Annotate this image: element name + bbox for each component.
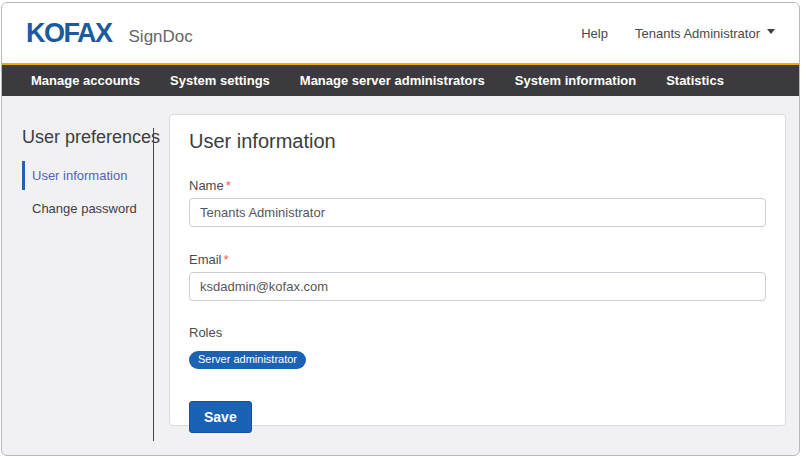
email-input[interactable]	[189, 272, 766, 301]
product-name: SignDoc	[129, 27, 193, 47]
sidebar-divider	[153, 128, 154, 441]
top-header: KOFAX SignDoc Help Tenants Administrator	[2, 3, 799, 63]
roles-section: Roles Server administrator	[189, 325, 766, 369]
nav-item-manage-server-administrators[interactable]: Manage server administrators	[300, 73, 485, 88]
email-required-marker: *	[224, 252, 229, 267]
header-actions: Help Tenants Administrator	[581, 26, 775, 41]
nav-item-system-settings[interactable]: System settings	[170, 73, 270, 88]
help-link[interactable]: Help	[581, 26, 608, 41]
email-label: Email*	[189, 252, 766, 267]
sidebar-list: User information Change password	[22, 161, 153, 223]
name-field-group: Name*	[189, 178, 766, 227]
email-label-text: Email	[189, 252, 222, 267]
user-menu-label: Tenants Administrator	[635, 26, 760, 41]
name-input[interactable]	[189, 198, 766, 227]
name-label: Name*	[189, 178, 766, 193]
sidebar-item-change-password[interactable]: Change password	[22, 194, 153, 223]
brand: KOFAX SignDoc	[26, 18, 193, 49]
page-body: User preferences User information Change…	[2, 96, 799, 456]
nav-item-system-information[interactable]: System information	[515, 73, 636, 88]
app-window: KOFAX SignDoc Help Tenants Administrator…	[1, 2, 800, 456]
email-field-group: Email*	[189, 252, 766, 301]
sidebar-item-user-information[interactable]: User information	[22, 161, 153, 190]
main-navigation: Manage accounts System settings Manage s…	[2, 63, 799, 96]
roles-label: Roles	[189, 325, 766, 340]
user-menu-dropdown[interactable]: Tenants Administrator	[635, 26, 775, 41]
role-badge-server-administrator: Server administrator	[189, 351, 306, 369]
page-title: User information	[189, 129, 766, 153]
name-label-text: Name	[189, 178, 224, 193]
caret-down-icon	[767, 29, 775, 34]
actions-row: Save	[189, 369, 766, 433]
sidebar: User preferences User information Change…	[2, 96, 153, 227]
save-button[interactable]: Save	[189, 401, 252, 433]
nav-item-statistics[interactable]: Statistics	[666, 73, 724, 88]
name-required-marker: *	[226, 178, 231, 193]
nav-item-manage-accounts[interactable]: Manage accounts	[31, 73, 140, 88]
kofax-logo[interactable]: KOFAX	[26, 18, 112, 49]
user-information-panel: User information Name* Email* Roles Serv…	[169, 114, 786, 426]
sidebar-title: User preferences	[22, 127, 153, 148]
